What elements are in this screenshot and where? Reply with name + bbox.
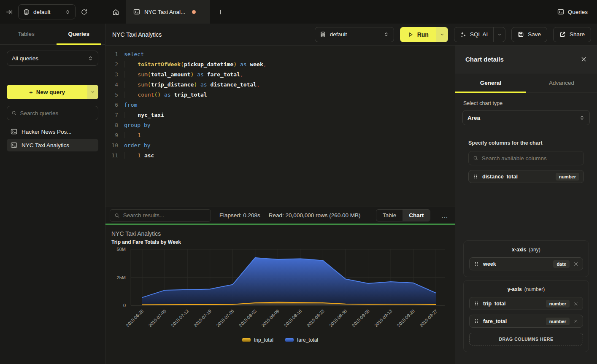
new-query-button[interactable]: + New query <box>7 85 87 99</box>
svg-text:2015-09-27: 2015-09-27 <box>419 308 438 328</box>
sidebar-tab-tables[interactable]: Tables <box>0 24 53 44</box>
code-text: sum(total_amount) as fare_total, <box>124 70 243 80</box>
save-icon <box>518 31 524 38</box>
query-terminal-icon <box>11 142 17 148</box>
save-button[interactable]: Save <box>511 27 547 42</box>
drag-columns-dropzone[interactable]: DRAG COLUMNS HERE <box>469 333 583 345</box>
run-options-button[interactable] <box>436 27 448 42</box>
columns-label: Specify columns for the chart <box>468 140 584 146</box>
line-number: 10 <box>105 140 124 151</box>
remove-column-button[interactable] <box>573 262 578 267</box>
workspace: 1select2 toStartOfWeek(pickup_datetime) … <box>105 46 455 364</box>
new-query-split-button: + New query <box>7 85 98 99</box>
chart-type-select[interactable]: Area <box>462 110 590 125</box>
code-line[interactable]: 8group by <box>105 120 455 130</box>
panel-tab-advanced[interactable]: Advanced <box>526 73 597 92</box>
code-text: group by <box>124 120 151 130</box>
remove-column-button[interactable] <box>573 319 578 324</box>
collapse-sidebar-icon[interactable] <box>6 8 13 16</box>
sidebar-tab-queries[interactable]: Queries <box>53 24 105 44</box>
new-tab-button[interactable] <box>210 0 230 24</box>
y-axis-column-chip[interactable]: trip_total number <box>469 297 583 310</box>
code-line[interactable]: 4 sum(trip_distance) as distance_total, <box>105 80 455 90</box>
close-panel-button[interactable] <box>581 56 587 62</box>
new-query-dropdown-button[interactable] <box>87 85 98 99</box>
query-terminal-icon <box>133 8 140 15</box>
legend-label: fare_total <box>297 337 318 343</box>
toolbar-database-selector[interactable]: default <box>315 27 394 42</box>
svg-text:2015-07-12: 2015-07-12 <box>170 308 190 328</box>
chart-type-label: Select chart type <box>463 100 590 106</box>
line-number: 9 <box>105 130 124 140</box>
share-label: Share <box>570 31 585 38</box>
query-filter-select[interactable]: All queries <box>7 51 98 66</box>
query-title: NYC Taxi Analytics <box>112 31 162 38</box>
sql-ai-dropdown-button[interactable] <box>493 27 505 42</box>
view-toggle: Table Chart <box>376 209 431 221</box>
share-button[interactable]: Share <box>553 27 591 42</box>
column-name: trip_total <box>483 301 505 307</box>
code-line[interactable]: 6from <box>105 100 455 110</box>
svg-text:2015-07-05: 2015-07-05 <box>147 308 167 328</box>
axis-zones: x-axis(any) week date <box>463 240 589 352</box>
run-split-button: Run <box>400 27 448 42</box>
y-axis-column-chip[interactable]: fare_total number <box>469 315 583 328</box>
query-search-input[interactable] <box>20 110 94 116</box>
code-line[interactable]: 3 sum(total_amount) as fare_total, <box>105 70 455 80</box>
queries-menu-label: Queries <box>568 9 588 15</box>
queries-menu-button[interactable]: Queries <box>548 0 597 24</box>
svg-text:2015-07-19: 2015-07-19 <box>193 308 213 328</box>
drag-handle-icon[interactable] <box>474 301 479 306</box>
drag-handle-icon[interactable] <box>473 174 478 179</box>
sparkles-icon <box>460 31 466 38</box>
more-options-button[interactable]: ... <box>439 212 451 219</box>
chart-legend: trip_totalfare_total <box>111 337 449 343</box>
saved-query-item[interactable]: Hacker News Pos... <box>7 125 98 138</box>
run-button[interactable]: Run <box>400 27 436 42</box>
code-line[interactable]: 11 1 asc <box>105 151 455 161</box>
unsaved-changes-dot <box>192 10 196 14</box>
code-line[interactable]: 2 toStartOfWeek(pickup_datetime) as week… <box>105 59 455 70</box>
available-column-chip[interactable]: distance_total number <box>468 170 584 183</box>
results-search-input[interactable] <box>123 212 206 218</box>
columns-search-input[interactable] <box>482 155 579 162</box>
panel-bottom-gap <box>462 352 590 364</box>
database-selector[interactable]: default <box>18 4 76 19</box>
view-toggle-table[interactable]: Table <box>376 210 403 221</box>
legend-item[interactable]: trip_total <box>242 337 273 343</box>
panel-divider <box>462 133 590 133</box>
saved-query-label: NYC Taxi Analytics <box>22 142 69 148</box>
view-toggle-chart[interactable]: Chart <box>403 210 430 221</box>
legend-swatch <box>285 338 294 342</box>
code-line[interactable]: 1select <box>105 49 455 59</box>
tab-label: NYC Taxi Anal... <box>144 9 185 15</box>
saved-query-item-active[interactable]: NYC Taxi Analytics <box>7 139 98 151</box>
x-axis-column-chip[interactable]: week date <box>469 257 583 270</box>
query-search-field[interactable] <box>7 106 98 120</box>
chart-section: NYC Taxi Analytics Trip and Fare Totals … <box>105 225 455 364</box>
zone-name: x-axis <box>512 247 526 253</box>
sql-editor[interactable]: 1select2 toStartOfWeek(pickup_datetime) … <box>105 46 455 207</box>
column-type-badge: date <box>553 260 570 268</box>
home-tab-button[interactable] <box>105 0 126 24</box>
code-line[interactable]: 7 nyc_taxi <box>105 110 455 120</box>
area-chart[interactable]: 025M50M2015-06-282015-07-052015-07-12201… <box>111 247 454 336</box>
tab-nyc-taxi-analytics[interactable]: NYC Taxi Anal... <box>126 0 210 24</box>
code-line[interactable]: 9 1 <box>105 130 455 140</box>
sql-ai-button[interactable]: SQL AI <box>454 27 493 42</box>
code-line[interactable]: 5 count() as trip_total <box>105 90 455 100</box>
query-filter-value: All queries <box>12 55 84 62</box>
panel-tab-general[interactable]: General <box>455 73 526 92</box>
drag-handle-icon[interactable] <box>474 318 479 324</box>
legend-item[interactable]: fare_total <box>285 337 318 343</box>
code-line[interactable]: 10order by <box>105 140 455 151</box>
svg-text:2015-08-30: 2015-08-30 <box>328 308 348 328</box>
updown-chevrons-icon <box>384 32 389 37</box>
columns-search-field[interactable] <box>468 151 584 165</box>
remove-column-button[interactable] <box>573 301 578 306</box>
refresh-icon[interactable] <box>81 8 88 16</box>
column-name: fare_total <box>483 318 507 324</box>
results-search-field[interactable] <box>110 209 211 222</box>
code-text: sum(trip_distance) as distance_total, <box>124 80 260 90</box>
drag-handle-icon[interactable] <box>474 261 479 267</box>
